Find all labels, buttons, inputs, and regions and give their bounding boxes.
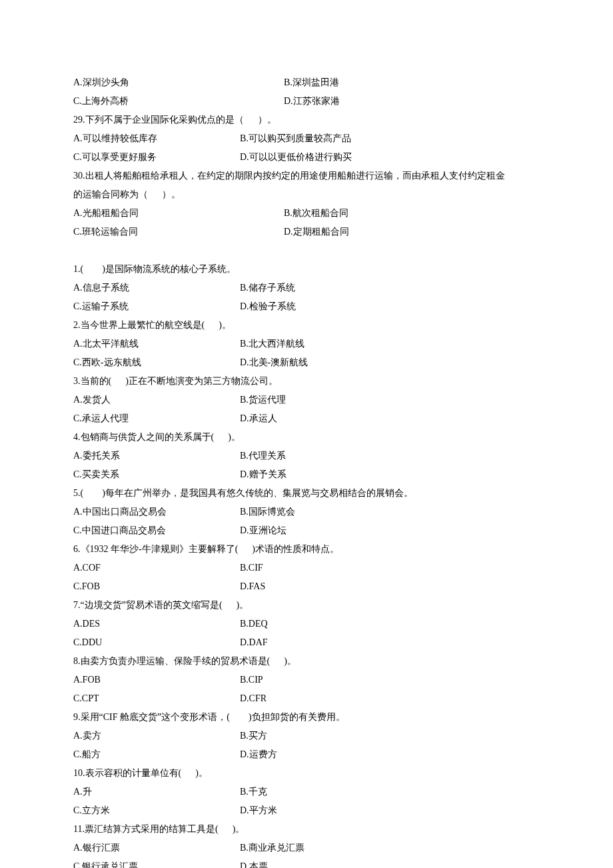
- option-c: C.DDU: [73, 633, 240, 652]
- q28-option-d: D.江苏张家港: [284, 92, 340, 111]
- option-d: D.运费方: [240, 745, 277, 764]
- option-a: A.升: [73, 783, 240, 801]
- option-row: A.银行汇票B.商业承兑汇票: [73, 839, 540, 857]
- option-b: B.千克: [240, 783, 267, 801]
- q30-stem-line-2: 的运输合同称为（ ）。: [73, 185, 540, 204]
- option-row: A.委托关系B.代理关系: [73, 447, 540, 465]
- option-row: A.发货人B.货运代理: [73, 391, 540, 409]
- option-d: D.平方米: [240, 801, 277, 820]
- q30-options-row-1: A.光船租船合同 B.航次租船合同: [73, 204, 540, 223]
- option-b: B.CIP: [240, 671, 263, 689]
- q28-options-row-1: A.深圳沙头角 B.深圳盐田港: [73, 73, 540, 92]
- q30-option-a: A.光船租船合同: [73, 204, 284, 223]
- option-row: C.FOBD.FAS: [73, 577, 540, 596]
- option-row: C.CPTD.CFR: [73, 689, 540, 708]
- question-stem: 9.采用“CIF 舱底交货”这个变形术语，( )负担卸货的有关费用。: [73, 708, 540, 727]
- question-stem: 6.《1932 年华沙-牛津规则》主要解释了( )术语的性质和特点。: [73, 540, 540, 559]
- q30-option-b: B.航次租船合同: [284, 204, 348, 223]
- q29-options-row-2: C.可以享受更好服务 D.可以以更低价格进行购买: [73, 148, 540, 167]
- option-c: C.承运人代理: [73, 409, 240, 428]
- question-stem: 11.票汇结算方式采用的结算工具是( )。: [73, 820, 540, 839]
- q30-options-row-2: C.班轮运输合同 D.定期租船合同: [73, 223, 540, 241]
- option-c: C.运输子系统: [73, 297, 240, 316]
- q30-option-d: D.定期租船合同: [284, 223, 349, 241]
- option-a: A.FOB: [73, 671, 240, 689]
- option-row: C.银行承兑汇票D.本票: [73, 857, 540, 868]
- option-c: C.立方米: [73, 801, 240, 820]
- question-list: 1.( )是国际物流系统的核心子系统。A.信息子系统B.储存子系统C.运输子系统…: [73, 260, 540, 868]
- question-stem: 5.( )每年在广州举办，是我国具有悠久传统的、集展览与交易相结合的展销会。: [73, 484, 540, 503]
- q29-option-c: C.可以享受更好服务: [73, 148, 240, 167]
- option-a: A.北太平洋航线: [73, 335, 240, 353]
- question-stem: 4.包销商与供货人之间的关系属于( )。: [73, 428, 540, 447]
- option-a: A.信息子系统: [73, 279, 240, 297]
- option-c: C.船方: [73, 745, 240, 764]
- q29-options-row-1: A.可以维持较低库存 B.可以购买到质量较高产品: [73, 129, 540, 148]
- option-d: D.检验子系统: [240, 297, 296, 316]
- option-a: A.COF: [73, 559, 240, 577]
- option-row: C.立方米D.平方米: [73, 801, 540, 820]
- option-row: A.中国出口商品交易会B.国际博览会: [73, 503, 540, 521]
- option-c: C.买卖关系: [73, 465, 240, 484]
- option-a: A.委托关系: [73, 447, 240, 465]
- option-row: C.西欧-远东航线D.北美-澳新航线: [73, 353, 540, 372]
- q29-option-b: B.可以购买到质量较高产品: [240, 129, 351, 148]
- option-d: D.FAS: [240, 577, 265, 596]
- section-gap: [73, 241, 540, 260]
- q29-option-d: D.可以以更低价格进行购买: [240, 148, 352, 167]
- question-stem: 8.由卖方负责办理运输、保险手续的贸易术语是( )。: [73, 652, 540, 671]
- q28-option-b: B.深圳盐田港: [284, 73, 339, 92]
- option-row: C.DDUD.DAF: [73, 633, 540, 652]
- option-row: C.中国进口商品交易会D.亚洲论坛: [73, 521, 540, 540]
- question-stem: 10.表示容积的计量单位有( )。: [73, 764, 540, 783]
- option-b: B.北大西洋航线: [240, 335, 305, 353]
- option-c: C.CPT: [73, 689, 240, 708]
- option-c: C.中国进口商品交易会: [73, 521, 240, 540]
- option-d: D.赠予关系: [240, 465, 287, 484]
- option-row: C.运输子系统D.检验子系统: [73, 297, 540, 316]
- option-b: B.国际博览会: [240, 503, 295, 521]
- option-a: A.发货人: [73, 391, 240, 409]
- q28-options-row-2: C.上海外高桥 D.江苏张家港: [73, 92, 540, 111]
- option-d: D.CFR: [240, 689, 267, 708]
- q29-stem: 29.下列不属于企业国际化采购优点的是（ ）。: [73, 111, 540, 129]
- question-stem: 7.“边境交货”贸易术语的英文缩写是( )。: [73, 596, 540, 615]
- option-b: B.买方: [240, 727, 267, 745]
- option-row: C.买卖关系D.赠予关系: [73, 465, 540, 484]
- option-row: A.信息子系统B.储存子系统: [73, 279, 540, 297]
- option-b: B.DEQ: [240, 615, 268, 633]
- option-d: D.DAF: [240, 633, 268, 652]
- option-c: C.西欧-远东航线: [73, 353, 240, 372]
- option-row: C.承运人代理D.承运人: [73, 409, 540, 428]
- q28-option-a: A.深圳沙头角: [73, 73, 284, 92]
- option-row: C.船方D.运费方: [73, 745, 540, 764]
- option-c: C.银行承兑汇票: [73, 857, 240, 868]
- option-b: B.储存子系统: [240, 279, 295, 297]
- option-d: D.北美-澳新航线: [240, 353, 308, 372]
- option-d: D.本票: [240, 857, 268, 868]
- option-row: A.卖方B.买方: [73, 727, 540, 745]
- option-row: A.北太平洋航线B.北大西洋航线: [73, 335, 540, 353]
- option-row: A.DESB.DEQ: [73, 615, 540, 633]
- option-d: D.承运人: [240, 409, 277, 428]
- q30-stem-line-1: 30.出租人将船舶租给承租人，在约定的期限内按约定的用途使用船舶进行运输，而由承…: [73, 167, 540, 185]
- question-stem: 3.当前的( )正在不断地演变为第三方物流公司。: [73, 372, 540, 391]
- question-stem: 1.( )是国际物流系统的核心子系统。: [73, 260, 540, 279]
- question-stem: 2.当今世界上最繁忙的航空线是( )。: [73, 316, 540, 335]
- option-row: A.COFB.CIF: [73, 559, 540, 577]
- option-c: C.FOB: [73, 577, 240, 596]
- q28-option-c: C.上海外高桥: [73, 92, 284, 111]
- option-b: B.货运代理: [240, 391, 286, 409]
- q29-option-a: A.可以维持较低库存: [73, 129, 240, 148]
- option-b: B.CIF: [240, 559, 263, 577]
- q30-option-c: C.班轮运输合同: [73, 223, 284, 241]
- option-a: A.中国出口商品交易会: [73, 503, 240, 521]
- option-row: A.FOBB.CIP: [73, 671, 540, 689]
- option-b: B.商业承兑汇票: [240, 839, 305, 857]
- option-a: A.银行汇票: [73, 839, 240, 857]
- option-d: D.亚洲论坛: [240, 521, 287, 540]
- option-a: A.DES: [73, 615, 240, 633]
- option-a: A.卖方: [73, 727, 240, 745]
- option-b: B.代理关系: [240, 447, 286, 465]
- option-row: A.升B.千克: [73, 783, 540, 801]
